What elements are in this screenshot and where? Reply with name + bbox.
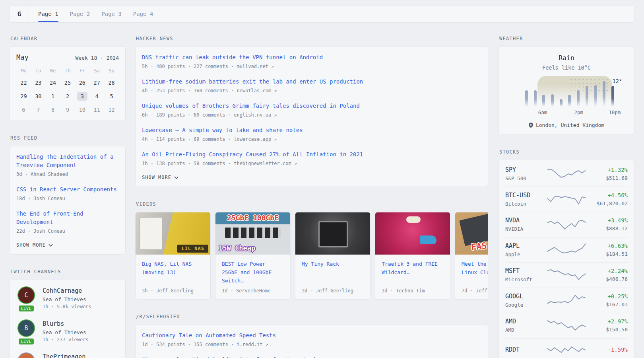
section-title-twitch: TWITCH CHANNELS [10, 269, 126, 274]
weekday-label: We [46, 68, 60, 74]
calendar-card: May Week 18 · 2024 Mo Tu We Th Fr Sa Su … [10, 47, 126, 121]
chevron-down-icon [48, 244, 53, 247]
calendar-day: 25 [60, 78, 75, 87]
video-title[interactable]: BEST Low Power 25GbE and 100GbE Switch… [222, 260, 284, 285]
hackernews-widget: HACKER NEWS DNS traffic can leak outside… [135, 36, 488, 187]
stock-name: NVIDIA [505, 226, 543, 232]
video-card: Traefik 3 and FREE Wildcard… 3d · Techno… [375, 212, 450, 300]
stock-row[interactable]: MSFT Microsoft +2.24% $406.76 [505, 262, 628, 288]
video-card: My Tiny Rack 3d · Jeff Geerling [295, 212, 370, 300]
hn-item-title[interactable]: Lowercase – A simple way to take and sha… [142, 126, 481, 134]
video-card: LIL NAS Big NAS, Lil NAS (moving 13) 3h … [135, 212, 211, 300]
twitch-avatar[interactable]: C LIVE [16, 286, 36, 311]
section-title-calendar: CALENDAR [10, 36, 126, 41]
stock-change: -1.59% [590, 346, 628, 353]
calendar-day: 8 [46, 105, 60, 114]
tab-page-1[interactable]: Page 1 [38, 6, 58, 22]
stock-row[interactable]: RDDT -1.59% [505, 338, 628, 358]
avatar: B [17, 319, 35, 337]
video-title[interactable]: Meet the newest Linux Cluster [462, 260, 488, 276]
video-thumbnail[interactable]: FAS [455, 212, 488, 255]
video-title[interactable]: My Tiny Rack [302, 260, 364, 268]
tab-page-3[interactable]: Page 3 [101, 6, 122, 22]
calendar-day: 9 [60, 105, 75, 114]
rss-item-title[interactable]: CSS in React Server Components [16, 185, 119, 194]
tab-page-2[interactable]: Page 2 [70, 6, 90, 22]
stock-price: $184.51 [590, 251, 628, 257]
weekday-label: Th [60, 68, 75, 74]
video-meta: 1d · ServeTheHome [222, 285, 284, 294]
stock-row[interactable]: BTC-USD Bitcoin +4.56% $61,820.02 [505, 187, 628, 212]
stock-row[interactable]: GOOGL Google +0.25% $167.03 [505, 288, 628, 313]
video-title[interactable]: Traefik 3 and FREE Wildcard… [382, 260, 444, 276]
twitch-card: C LIVE CohhCarnage Sea of Thieves 1h · 5… [10, 280, 126, 358]
hn-item-meta: 1h · 138 points · 58 comments · thebigne… [142, 161, 481, 166]
twitch-channel-name[interactable]: ThePrimeagen [43, 353, 85, 358]
show-more-label: SHOW MORE [142, 175, 171, 180]
video-thumbnail[interactable] [295, 212, 370, 255]
calendar-day: 26 [75, 78, 89, 87]
hn-item-title[interactable]: Unique volumes of Brothers Grimm fairy t… [142, 102, 481, 110]
calendar-day: 22 [16, 78, 31, 87]
avatar: C [17, 286, 35, 304]
stock-row[interactable]: AMD AMD +2.97% $150.50 [505, 313, 628, 338]
hn-item: An Oil Price-Fixing Conspiracy Caused 27… [142, 150, 481, 166]
rss-item-title[interactable]: The End of Front-End Development [16, 210, 119, 226]
page-tabs: Page 1 Page 2 Page 3 Page 4 [29, 6, 153, 22]
stock-sparkline [547, 217, 586, 232]
calendar-day: 30 [31, 92, 46, 101]
videos-widget: VIDEOS LIL NAS Big NAS, Lil NAS (moving … [135, 201, 488, 300]
rss-widget: RSS FEED Handling The Indentation of a T… [10, 135, 126, 255]
stock-row[interactable]: AAPL Apple +6.63% $184.51 [505, 237, 628, 263]
stock-ticker: NVDA [505, 217, 543, 224]
hn-show-more-button[interactable]: SHOW MORE [142, 175, 481, 180]
hn-item-meta: 6h · 189 points · 60 comments · english.… [142, 112, 481, 118]
section-title-weather: WEATHER [499, 36, 634, 41]
hn-item-title[interactable]: Lithium-free sodium batteries exit the l… [142, 78, 481, 86]
stock-row[interactable]: SPY S&P 500 +1.32% $511.69 [505, 161, 628, 187]
stock-name: Apple [505, 251, 543, 257]
calendar-day: 12 [104, 105, 119, 114]
show-more-label: SHOW MORE [16, 242, 46, 248]
stock-price: $511.69 [590, 175, 628, 181]
video-title[interactable]: Big NAS, Lil NAS (moving 13) [142, 260, 204, 276]
weather-widget: WEATHER Rain Feels like 10°C 12° 6am2pm1… [499, 36, 634, 135]
stock-change: +4.56% [590, 192, 628, 198]
stock-ticker: BTC-USD [505, 192, 543, 199]
calendar-day: 11 [89, 105, 104, 114]
video-thumbnail[interactable]: LIL NAS [136, 212, 210, 255]
weather-time-label: 10pm [609, 109, 621, 115]
weather-bar [568, 95, 571, 107]
weather-condition: Rain [507, 54, 626, 62]
stock-name: Google [505, 302, 543, 308]
reddit-item-title[interactable]: Cautionary Tale on Automated Speed Tests [142, 331, 481, 340]
hn-item-title[interactable]: DNS traffic can leak outside the VPN tun… [142, 53, 481, 62]
app-logo[interactable]: G [10, 6, 29, 22]
calendar-day: 27 [89, 78, 104, 87]
twitch-avatar[interactable]: P [16, 352, 36, 358]
twitch-channel-name[interactable]: Blurbs [43, 320, 89, 327]
section-title-rss: RSS FEED [10, 135, 126, 141]
video-thumbnail[interactable] [375, 212, 450, 255]
reddit-item-title[interactable]: Showcase of my Mixed Reality Interface f… [142, 356, 481, 358]
video-meta: 3d · Jeff Geerling [302, 285, 364, 294]
tab-page-4[interactable]: Page 4 [133, 6, 153, 22]
weekday-label: Fr [75, 68, 89, 74]
hn-item-title[interactable]: An Oil Price-Fixing Conspiracy Caused 27… [142, 150, 481, 159]
twitch-channel-name[interactable]: CohhCarnage [43, 287, 91, 294]
weather-card: Rain Feels like 10°C 12° 6am2pm10pm Lond… [499, 47, 634, 135]
video-thumbnail[interactable]: 25GbE 100GbE 15W Cheap [215, 212, 290, 255]
weather-bar [525, 90, 528, 107]
rss-show-more-button[interactable]: SHOW MORE [16, 242, 119, 248]
calendar-day: 28 [104, 78, 119, 87]
twitch-widget: TWITCH CHANNELS C LIVE CohhCarnage Sea o… [10, 269, 126, 358]
weather-bar [586, 86, 588, 107]
rss-item-title[interactable]: Handling The Indentation of a Treeview C… [16, 153, 119, 169]
twitch-avatar[interactable]: B LIVE [16, 319, 36, 344]
weather-bar [577, 90, 580, 107]
stock-name: S&P 500 [505, 175, 543, 181]
thumbnail-text: LIL NAS [177, 245, 208, 253]
live-badge: LIVE [19, 305, 34, 311]
avatar: P [17, 352, 35, 358]
stock-row[interactable]: NVDA NVIDIA +3.49% $888.12 [505, 212, 628, 237]
